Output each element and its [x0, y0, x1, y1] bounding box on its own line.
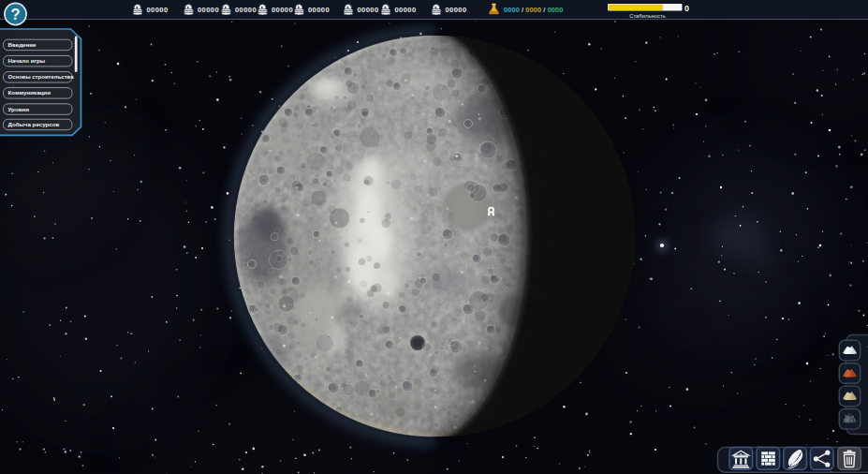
svg-text:00000: 00000	[198, 6, 219, 14]
svg-text:Начало игры: Начало игры	[8, 57, 46, 64]
svg-text:Уровни: Уровни	[8, 106, 30, 112]
svg-text:Добыча ресурсов: Добыча ресурсов	[8, 121, 60, 127]
svg-text:00000: 00000	[358, 6, 379, 14]
svg-text:00000: 00000	[308, 6, 330, 14]
svg-text:00000: 00000	[147, 6, 169, 14]
svg-text:?: ?	[10, 6, 20, 22]
svg-text:00000: 00000	[395, 6, 417, 14]
svg-text:Введение: Введение	[8, 41, 37, 48]
svg-text:00000: 00000	[235, 6, 257, 14]
svg-text:Основы строительства: Основы строительства	[8, 74, 75, 80]
svg-text:0000 / 0000 / 0000: 0000 / 0000 / 0000	[504, 6, 563, 14]
svg-text:00000: 00000	[446, 6, 467, 14]
svg-text:00000: 00000	[272, 6, 293, 14]
svg-text:Коммуникации: Коммуникации	[8, 89, 51, 96]
svg-text:Стабильность: Стабильность	[629, 13, 666, 19]
svg-text:0: 0	[684, 4, 689, 13]
